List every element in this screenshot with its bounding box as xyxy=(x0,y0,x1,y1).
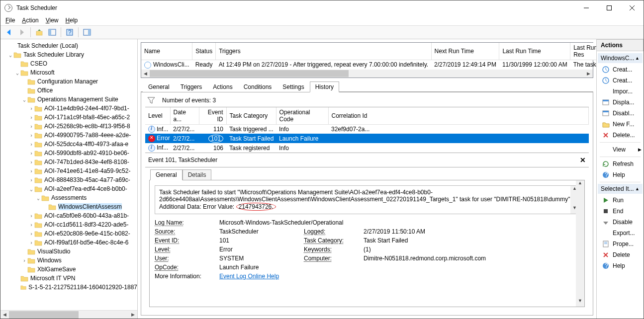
tab-actions[interactable]: Actions xyxy=(207,81,238,92)
menu-view[interactable]: View xyxy=(46,17,59,24)
tree-cseo[interactable]: CSEO xyxy=(0,59,137,68)
folder-icon xyxy=(48,203,56,210)
action-item[interactable]: View▶ xyxy=(597,144,644,155)
action-item[interactable]: ?Help xyxy=(597,169,644,180)
tree-aoi[interactable]: ›AOI-f99af16f-bd5e-46ec-8c4e-6 xyxy=(0,238,137,247)
app-icon xyxy=(4,4,12,12)
action-icon: ? xyxy=(602,262,610,270)
task-row[interactable]: WindowsCli... Ready At 12:49 PM on 2/27/… xyxy=(141,60,597,70)
close-detail-button[interactable]: ✕ xyxy=(580,156,586,164)
tab-triggers[interactable]: Triggers xyxy=(175,81,208,92)
action-icon xyxy=(602,251,610,259)
action-item[interactable]: Prope... xyxy=(597,239,644,249)
tree-aoi[interactable]: ›AOI-747b1ded-843e-4ef8-8108- xyxy=(0,158,137,166)
event-grid-header[interactable]: LevelDate a...Event IDTask CategoryOpera… xyxy=(145,107,589,125)
menu-action[interactable]: Action xyxy=(22,17,38,24)
action-item[interactable]: ?Help xyxy=(597,260,644,271)
tree-aoi[interactable]: ›AOI-525dcc4a-4ff0-4973-afaa-e xyxy=(0,140,137,149)
tree-aoi[interactable]: ›AOI-e520c808-9e6e-415c-b082- xyxy=(0,229,137,238)
action-item[interactable]: Export... xyxy=(597,228,644,239)
folder-icon xyxy=(34,212,42,219)
tree-assessments[interactable]: ⌄Assessments xyxy=(0,193,137,202)
folder-icon xyxy=(34,230,42,237)
close-button[interactable] xyxy=(621,0,644,15)
filter-icon[interactable] xyxy=(147,97,155,104)
tab-general[interactable]: General xyxy=(143,81,175,92)
actions-group-task[interactable]: WindowsC...▲ xyxy=(598,53,643,63)
action-item[interactable]: New F... xyxy=(597,119,644,130)
tree-oms[interactable]: ⌄ Operations Management Suite xyxy=(0,95,137,104)
svg-text:?: ? xyxy=(68,29,72,36)
task-list-header[interactable]: NameStatusTriggersNext Run TimeLast Run … xyxy=(141,43,597,60)
tab-settings[interactable]: Settings xyxy=(277,81,309,92)
detail-vscroll[interactable]: ▲▼ xyxy=(576,180,584,307)
action-item[interactable]: Impor... xyxy=(597,86,644,97)
tree-windows[interactable]: › Windows xyxy=(0,256,137,265)
tree-aoi[interactable]: ›AOI-8884833b-45ac-4a77-a69c- xyxy=(0,175,137,184)
svg-rect-1 xyxy=(607,6,612,10)
action-item[interactable]: Delete xyxy=(597,249,644,260)
folder-icon xyxy=(20,69,28,76)
event-grid[interactable]: LevelDate a...Event IDTask CategoryOpera… xyxy=(145,107,589,153)
tree-vpn[interactable]: Microsoft IT VPN xyxy=(0,274,137,283)
tree-aoi[interactable]: ›AOI-11e4db9d-24e4-4f07-9bd1- xyxy=(0,104,137,113)
tree-aoi[interactable]: ⌄AOI-a2eef7ea-edf4-4ce8-b0b0- xyxy=(0,184,137,193)
tree-root[interactable]: Task Scheduler (Local) xyxy=(0,41,137,50)
action-item[interactable]: End xyxy=(597,206,644,217)
maximize-button[interactable] xyxy=(598,0,621,15)
tree-xbl[interactable]: XblGameSave xyxy=(0,265,137,274)
subtab-general[interactable]: General xyxy=(150,169,183,180)
tree-wca-selected[interactable]: WindowsClientAssessm xyxy=(0,202,137,211)
tree-aoi[interactable]: ›AOI-ca5bf0e8-60b0-443a-a81b- xyxy=(0,211,137,220)
action-icon xyxy=(602,240,610,248)
help-toolbar-button[interactable]: ? xyxy=(64,27,75,38)
folder-icon xyxy=(27,257,35,264)
action-item[interactable]: Creat... xyxy=(597,64,644,75)
subtab-details[interactable]: Details xyxy=(183,169,212,180)
show-hide-action-pane-button[interactable] xyxy=(82,27,92,38)
tree-office[interactable]: Office xyxy=(0,86,137,95)
task-list[interactable]: NameStatusTriggersNext Run TimeLast Run … xyxy=(141,42,593,78)
folder-icon xyxy=(13,51,21,58)
folder-icon xyxy=(41,194,49,201)
tree-library[interactable]: ⌄ Task Scheduler Library xyxy=(0,50,137,59)
tree-aoi[interactable]: ›AOI-25268c9b-ec8b-4f13-9f56-8 xyxy=(0,122,137,131)
actions-title: Actions xyxy=(597,39,644,51)
event-properties: Log Name:Microsoft-Windows-TaskScheduler… xyxy=(155,219,579,280)
tree-aoi[interactable]: ›AOI-171a1c9f-bfa8-45ec-a65c-2 xyxy=(0,113,137,122)
event-row[interactable]: Inf... 2/27/2...110Task triggered ...Inf… xyxy=(145,124,589,134)
tree-aoi[interactable]: ›AOI-7e41ee61-41e8-4a59-9c52- xyxy=(0,166,137,175)
menu-help[interactable]: Help xyxy=(66,17,78,24)
forward-button[interactable] xyxy=(16,27,27,38)
show-hide-tree-button[interactable] xyxy=(47,27,58,38)
action-item[interactable]: Creat... xyxy=(597,75,644,86)
action-item[interactable]: Displa... xyxy=(597,97,644,108)
folder-icon xyxy=(20,275,28,282)
actions-group-selected[interactable]: Selected It...▲ xyxy=(598,184,643,194)
action-item[interactable]: Disabl... xyxy=(597,108,644,119)
tree-hscroll[interactable]: ◀▶ xyxy=(0,310,137,319)
online-help-link[interactable]: Event Log Online Help xyxy=(219,273,579,280)
up-button[interactable] xyxy=(34,27,45,38)
tree-aoi[interactable]: ›AOI-5990dbf8-ab92-4910-be06- xyxy=(0,149,137,158)
action-item[interactable]: Run xyxy=(597,195,644,206)
tree-microsoft[interactable]: ⌄ Microsoft xyxy=(0,68,137,77)
folder-icon xyxy=(27,96,35,103)
action-item[interactable]: Disable xyxy=(597,217,644,228)
tree-vs[interactable]: VisualStudio xyxy=(0,247,137,256)
event-row[interactable]: Inf... 2/27/2...106Task registeredInfo xyxy=(145,143,589,153)
tab-conditions[interactable]: Conditions xyxy=(238,81,277,92)
minimize-button[interactable] xyxy=(575,0,598,15)
action-item[interactable]: Refresh xyxy=(597,159,644,169)
back-button[interactable] xyxy=(3,27,14,38)
task-icon xyxy=(144,62,151,69)
tree-cfgmgr[interactable]: Configuration Manager xyxy=(0,77,137,86)
action-item[interactable]: Delete... xyxy=(597,130,644,141)
tree-sid[interactable]: S-1-5-21-2127521184-1604012920-1887 xyxy=(0,283,137,292)
tree-aoi[interactable]: ›AOI-cc1d5611-8df3-4220-ade5- xyxy=(0,220,137,229)
event-row-selected[interactable]: Error 2/27/2...101Task Start FailedLaunc… xyxy=(145,134,589,143)
tree-aoi[interactable]: ›AOI-49900795-7a88-4eee-a2de- xyxy=(0,131,137,140)
tab-history[interactable]: History xyxy=(310,81,339,92)
task-list-hscroll[interactable]: ◀▶ xyxy=(141,70,593,78)
menu-file[interactable]: File xyxy=(5,17,15,24)
